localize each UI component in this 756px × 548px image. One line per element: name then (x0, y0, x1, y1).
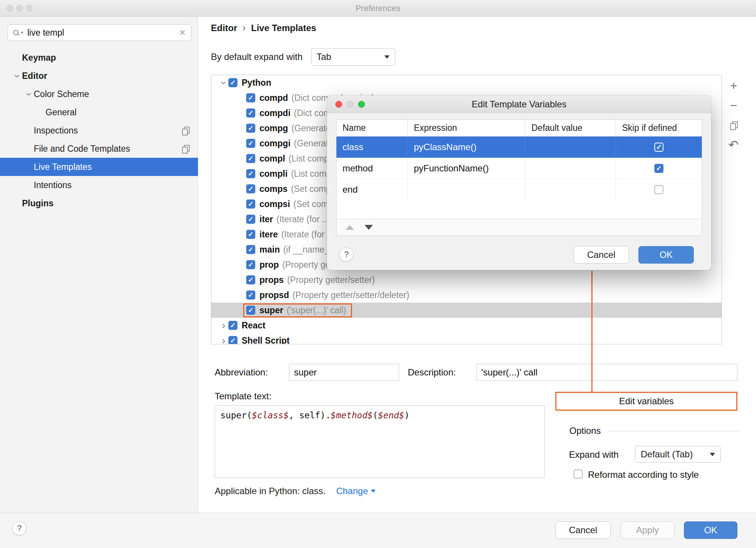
cell-expression[interactable]: pyFunctionName() (408, 158, 525, 179)
dialog-ok-button[interactable]: OK (638, 246, 694, 264)
move-up-icon[interactable] (346, 225, 354, 230)
template-enabled-checkbox[interactable] (246, 245, 255, 254)
expand-with-value: Default (Tab) (641, 449, 693, 460)
template-enabled-checkbox[interactable] (228, 336, 237, 344)
chevron-down-icon[interactable]: › (218, 78, 229, 88)
template-group-shell-script[interactable]: ›Shell Script (211, 333, 721, 344)
default-expand-dropdown[interactable]: Tab (311, 48, 395, 66)
template-enabled-checkbox[interactable] (246, 199, 255, 209)
sidebar-item-inspections[interactable]: Inspections (0, 121, 198, 140)
cell-expression[interactable]: pyClassName() (408, 137, 525, 158)
chevron-right-icon[interactable]: › (219, 320, 228, 331)
template-enabled-checkbox[interactable] (246, 93, 255, 102)
column-header-name[interactable]: Name (336, 120, 408, 136)
clear-search-icon[interactable]: × (179, 27, 185, 38)
cell-skip-if-defined[interactable] (616, 137, 702, 158)
cell-skip-if-defined[interactable] (616, 158, 702, 179)
template-enabled-checkbox[interactable] (246, 290, 255, 300)
template-description: ('super(...)' call) (287, 305, 346, 316)
template-enabled-checkbox[interactable] (246, 108, 255, 118)
dialog-close-icon[interactable] (335, 101, 342, 108)
cancel-button[interactable]: Cancel (555, 521, 611, 539)
expand-with-dropdown[interactable]: Default (Tab) (635, 446, 721, 463)
template-description: (Property getter/setter/deleter) (292, 290, 409, 300)
template-enabled-checkbox[interactable] (246, 215, 255, 224)
template-enabled-checkbox[interactable] (246, 139, 255, 148)
sidebar-item-keymap[interactable]: Keymap (0, 49, 198, 67)
dialog-title: Edit Template Variables (472, 99, 567, 110)
template-enabled-checkbox[interactable] (246, 230, 255, 239)
move-down-icon[interactable] (365, 225, 373, 230)
search-scope-chevron-icon[interactable] (20, 32, 24, 34)
sidebar-item-live-templates[interactable]: Live Templates (0, 158, 198, 176)
template-enabled-checkbox[interactable] (246, 124, 255, 133)
help-button[interactable]: ? (12, 521, 27, 535)
column-header-default-value[interactable]: Default value (525, 120, 616, 136)
cell-name[interactable]: method (336, 158, 408, 179)
template-group-python[interactable]: ›Python (211, 75, 721, 90)
template-enabled-checkbox[interactable] (228, 78, 237, 87)
dialog-help-button[interactable]: ? (339, 247, 354, 262)
cell-default-value[interactable] (525, 158, 616, 179)
variable-row-method[interactable]: methodpyFunctionName() (336, 158, 702, 179)
options-label: Options (569, 426, 601, 436)
template-enabled-checkbox[interactable] (246, 260, 255, 269)
revert-icon[interactable]: ↶ (724, 135, 743, 155)
template-enabled-checkbox[interactable] (246, 275, 255, 284)
variable-row-end[interactable]: end (336, 179, 702, 200)
chevron-down-icon[interactable]: › (12, 71, 22, 81)
column-header-skip-if-defined[interactable]: Skip if defined (616, 120, 702, 136)
sidebar-item-plugins[interactable]: Plugins (0, 194, 198, 212)
variables-table-body: classpyClassName()methodpyFunctionName()… (336, 137, 702, 200)
tree-toolbar: +−↶ (724, 76, 743, 155)
cell-name[interactable]: end (336, 179, 408, 200)
skip-if-defined-checkbox[interactable] (654, 143, 663, 152)
template-enabled-checkbox[interactable] (228, 321, 237, 330)
sidebar-item-color-scheme[interactable]: ›Color Scheme (0, 85, 198, 103)
breadcrumb-editor[interactable]: Editor (211, 23, 237, 33)
reformat-checkbox[interactable] (574, 469, 583, 479)
search-input[interactable] (27, 28, 179, 38)
column-header-expression[interactable]: Expression (408, 120, 525, 136)
template-item-propsd[interactable]: propsd(Property getter/setter/deleter) (211, 287, 721, 303)
template-item-super[interactable]: super('super(...)' call) (211, 303, 721, 318)
template-enabled-checkbox[interactable] (246, 306, 255, 315)
template-group-react[interactable]: ›React (211, 318, 721, 333)
dialog-zoom-icon[interactable] (358, 101, 365, 108)
skip-if-defined-checkbox[interactable] (654, 164, 663, 173)
sidebar-item-label: Keymap (22, 53, 56, 63)
template-name: propsd (259, 290, 289, 300)
remove-icon[interactable]: − (724, 96, 743, 115)
apply-button[interactable]: Apply (621, 521, 674, 539)
chevron-down-icon[interactable]: › (24, 90, 34, 99)
template-enabled-checkbox[interactable] (246, 154, 255, 163)
skip-if-defined-checkbox[interactable] (654, 185, 663, 194)
sidebar-item-intentions[interactable]: Intentions (0, 176, 198, 194)
ok-button[interactable]: OK (684, 521, 737, 539)
change-link[interactable]: Change (336, 486, 376, 496)
settings-search-box[interactable]: × (8, 24, 191, 41)
cell-default-value[interactable] (525, 179, 616, 200)
edit-variables-button[interactable]: Edit variables (555, 392, 737, 411)
chevron-right-icon[interactable]: › (219, 336, 228, 345)
dialog-cancel-button[interactable]: Cancel (574, 246, 629, 264)
description-field[interactable] (476, 364, 737, 381)
template-enabled-checkbox[interactable] (246, 169, 255, 178)
duplicate-icon[interactable] (724, 115, 743, 135)
options-divider (608, 431, 740, 431)
abbreviation-field[interactable] (289, 364, 399, 381)
cell-expression[interactable] (408, 179, 525, 200)
sidebar-item-general[interactable]: General (0, 103, 198, 121)
template-enabled-checkbox[interactable] (246, 184, 255, 193)
variable-row-class[interactable]: classpyClassName() (336, 137, 702, 158)
sidebar-item-file-and-code-templates[interactable]: File and Code Templates (0, 140, 198, 158)
cell-skip-if-defined[interactable] (616, 179, 702, 200)
template-text-editor[interactable]: super($class$, self).$method$($end$) (215, 405, 545, 478)
sidebar-item-editor[interactable]: ›Editor (0, 67, 198, 85)
sidebar-item-label: Editor (22, 71, 47, 81)
breadcrumb-separator-icon: › (242, 22, 246, 34)
add-icon[interactable]: + (724, 76, 743, 96)
template-item-props[interactable]: props(Property getter/setter) (211, 272, 721, 287)
cell-default-value[interactable] (525, 137, 616, 158)
cell-name[interactable]: class (336, 137, 408, 158)
